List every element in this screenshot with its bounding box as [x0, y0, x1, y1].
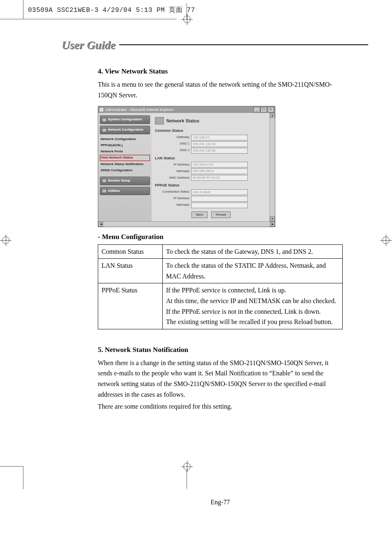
minimize-button[interactable]: _: [254, 107, 260, 113]
table-cell: Common Status: [98, 244, 163, 259]
title-rule: [119, 44, 368, 45]
reload-button[interactable]: Reload: [211, 212, 231, 218]
panel-title: Network Status: [166, 117, 199, 125]
label-dns2: DNS 2: [155, 148, 191, 153]
window-title: Administrator - Microsoft Internet Explo…: [105, 107, 253, 113]
back-button[interactable]: Back: [191, 212, 208, 218]
maximize-button[interactable]: □: [261, 107, 267, 113]
nav-label: System Configuration: [108, 117, 142, 122]
vertical-scrollbar[interactable]: ▲ ▼: [270, 113, 275, 221]
registration-mark-right: [380, 235, 392, 246]
registration-mark-top: [181, 14, 193, 25]
table-cell: If the PPPoE service is connected, Link …: [163, 283, 343, 329]
nav-utilities[interactable]: Utilities: [100, 187, 150, 195]
menu-configuration-table: Common Status To check the status of the…: [98, 244, 343, 329]
section-pppoe-status: PPPoE Status: [155, 182, 267, 188]
value-netmask: 255.255.255.0: [191, 168, 248, 174]
value-mac-address: 00:30:6F:FF:03:1E: [191, 175, 248, 181]
utilities-icon: [102, 189, 107, 193]
registration-mark-bottom: [181, 461, 193, 472]
table-cell: LAN Status: [98, 259, 163, 283]
nav-system-configuration[interactable]: System Configuration: [100, 115, 150, 124]
label-netmask: Netmask: [155, 169, 191, 174]
registration-mark-left: [0, 235, 12, 246]
section5-paragraph-2: There are some conditions required for t…: [98, 401, 343, 412]
section4-heading: 4. View Network Status: [98, 66, 343, 77]
scroll-right-arrow[interactable]: ▶: [270, 222, 275, 227]
scroll-up-arrow[interactable]: ▲: [270, 113, 275, 118]
value-dns1: 203.241.132.34: [191, 141, 248, 147]
label-dns1: DNS 1: [155, 141, 191, 147]
window-titlebar: Administrator - Microsoft Internet Explo…: [98, 106, 275, 113]
crop-header: 03509A SSC21WEB-3 4/29/04 5:13 PM 页面 77: [28, 6, 195, 14]
value-dns2: 203.241.132.60: [191, 148, 248, 154]
value-gateway: 192.168.0.1: [191, 135, 248, 140]
value-pppoe-ip: [191, 196, 248, 202]
sidebar: System Configuration Network Configurati…: [98, 113, 152, 221]
value-pppoe-netmask: [191, 202, 248, 208]
nav-label: Utilities: [108, 189, 120, 194]
value-connection-status: Link is down: [191, 189, 248, 195]
section-common-status: Common Status: [155, 128, 267, 133]
link-network-configuration[interactable]: Network Configuration: [101, 137, 150, 142]
table-cell: To check the status of the STATIC IP Add…: [163, 259, 343, 283]
label-gateway: Gateway: [155, 135, 191, 140]
label-pppoe-ip: IP Address: [155, 196, 191, 201]
main-panel: Network Status Common Status Gateway192.…: [152, 113, 270, 221]
section5-heading: 5. Network Status Notification: [98, 344, 343, 355]
menu-configuration-heading: - Menu Configuration: [98, 231, 343, 242]
label-mac-address: MAC Address: [155, 175, 191, 181]
nav-label: Monitor Setup: [108, 178, 130, 184]
section4-paragraph: This is a menu to see the general status…: [98, 79, 343, 100]
browser-window: Administrator - Microsoft Internet Explo…: [98, 106, 275, 227]
section5-paragraph-1: When there is a change in the setting st…: [98, 358, 343, 400]
nav-monitor-setup[interactable]: Monitor Setup: [100, 177, 150, 185]
value-ip-address: 192.168.0.101: [191, 162, 248, 168]
link-network-status-notification[interactable]: Network Status Notification: [101, 162, 150, 167]
section-lan-status: LAN Status: [155, 155, 267, 161]
system-icon: [102, 118, 107, 122]
network-icon: [102, 128, 107, 132]
ie-icon: [99, 107, 104, 112]
close-button[interactable]: ×: [267, 107, 274, 113]
label-connection-status: Connection Status: [155, 189, 191, 195]
monitor-icon: [102, 179, 107, 183]
table-cell: PPPoE Status: [98, 283, 163, 329]
page-title: User Guide: [62, 39, 115, 52]
scroll-left-arrow[interactable]: ◀: [98, 222, 103, 227]
page-number: Eng-77: [98, 497, 343, 508]
table-cell: To check the status of the Gateway, DNS …: [163, 244, 343, 259]
link-network-ports[interactable]: Network Ports: [101, 149, 150, 154]
horizontal-scrollbar[interactable]: ◀ ▶: [98, 221, 275, 227]
nav-label: Network Configuration: [108, 127, 143, 133]
label-pppoe-netmask: Netmask: [155, 202, 191, 208]
panel-icon: [155, 117, 164, 124]
link-pppoe[interactable]: PPPoE(ADSL): [101, 143, 150, 148]
link-view-network-status[interactable]: View Network Status: [100, 155, 150, 161]
scroll-down-arrow[interactable]: ▼: [270, 216, 275, 221]
label-ip-address: IP Address: [155, 162, 191, 168]
nav-network-configuration[interactable]: Network Configuration: [100, 126, 150, 134]
link-ddns-configuration[interactable]: DDNS Configuration: [101, 168, 150, 173]
